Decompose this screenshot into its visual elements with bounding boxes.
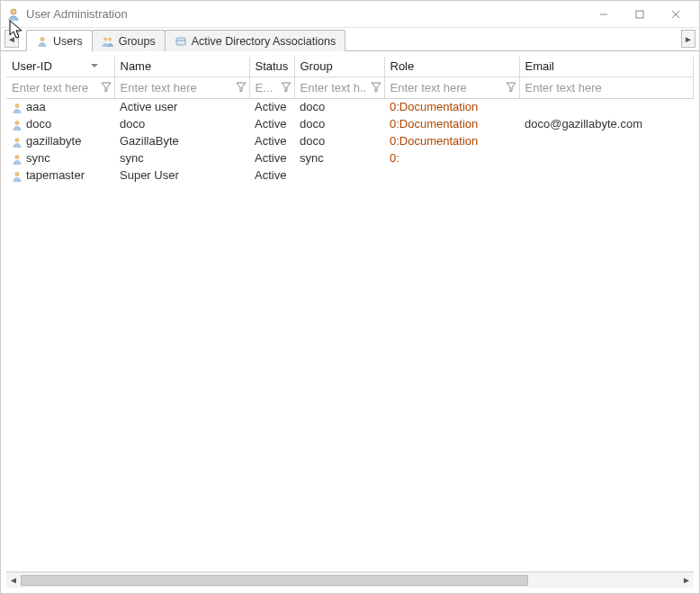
cell-user_id: aaa xyxy=(6,98,114,115)
cell-email xyxy=(519,132,694,149)
filter-status-input[interactable] xyxy=(252,81,280,94)
cell-name: GazillaByte xyxy=(114,132,249,149)
column-header-name[interactable]: Name xyxy=(114,57,249,76)
cell-text: doco xyxy=(120,117,145,130)
cell-text: gazillabyte xyxy=(26,134,81,148)
cell-status: Active xyxy=(249,166,294,184)
user-icon xyxy=(12,103,22,113)
cell-text: doco xyxy=(300,100,325,113)
filter-name-input[interactable] xyxy=(117,81,235,94)
column-header-user-id[interactable]: User-ID xyxy=(6,57,114,76)
cell-text: sync xyxy=(300,151,324,165)
cell-group xyxy=(294,166,384,184)
app-icon xyxy=(6,7,21,22)
horizontal-scrollbar[interactable]: ◄ ► xyxy=(6,572,694,588)
users-table: User-ID Name Status Group Role Email aaa… xyxy=(6,57,694,184)
tablist: Users Groups Active Directory Associatio… xyxy=(26,29,345,50)
cell-email xyxy=(519,98,694,115)
table-row[interactable]: gazillabyteGazillaByteActivedoco0:Docume… xyxy=(6,132,694,149)
cell-group: sync xyxy=(294,149,384,166)
svg-rect-2 xyxy=(636,11,643,18)
svg-rect-8 xyxy=(176,38,185,45)
directory-icon xyxy=(175,35,187,48)
tab-users[interactable]: Users xyxy=(26,30,93,51)
tab-ad-associations-label: Active Directory Associations xyxy=(192,35,336,48)
column-header-role[interactable]: Role xyxy=(384,57,519,76)
cell-name: sync xyxy=(114,149,249,166)
tab-scroll-left-button[interactable]: ◄ xyxy=(4,30,19,48)
cell-email xyxy=(519,149,694,166)
filter-icon[interactable] xyxy=(235,81,247,94)
cell-text: doco xyxy=(300,117,325,130)
filter-row xyxy=(6,76,694,98)
tab-scroll-right-button[interactable]: ► xyxy=(681,30,696,48)
cell-text: GazillaByte xyxy=(120,134,179,148)
filter-email-input[interactable] xyxy=(522,81,692,94)
cell-name: Super User xyxy=(114,166,249,184)
table-row[interactable]: docodocoActivedoco0:Documentationdoco@ga… xyxy=(6,115,694,132)
cell-text: sync xyxy=(120,151,144,165)
titlebar: User Administration xyxy=(1,1,699,28)
cell-text: Active xyxy=(255,100,286,113)
tab-users-label: Users xyxy=(53,35,83,48)
user-icon xyxy=(12,154,22,165)
cell-text: aaa xyxy=(26,100,46,113)
svg-point-13 xyxy=(15,155,20,159)
column-header-status[interactable]: Status xyxy=(249,57,294,76)
filter-group-input[interactable] xyxy=(297,81,370,94)
tab-ad-associations[interactable]: Active Directory Associations xyxy=(165,30,346,51)
cell-status: Active xyxy=(249,132,294,149)
user-icon xyxy=(36,35,49,48)
column-header-group[interactable]: Group xyxy=(294,57,384,76)
cell-text: Active xyxy=(255,151,286,165)
scrollbar-thumb[interactable] xyxy=(21,575,528,586)
filter-icon[interactable] xyxy=(100,81,112,94)
scroll-left-icon[interactable]: ◄ xyxy=(6,573,21,588)
close-button[interactable] xyxy=(658,2,694,27)
table-row[interactable]: aaaActive userActivedoco0:Documentation xyxy=(6,98,694,115)
tab-groups[interactable]: Groups xyxy=(92,30,166,51)
header-row: User-ID Name Status Group Role Email xyxy=(6,57,694,76)
user-icon xyxy=(12,171,22,182)
maximize-button[interactable] xyxy=(622,2,658,27)
cell-role: 0: xyxy=(384,149,519,166)
sort-indicator-icon xyxy=(91,64,98,68)
filter-icon[interactable] xyxy=(505,81,517,94)
cell-user_id: sync xyxy=(6,149,114,166)
cell-user_id: tapemaster xyxy=(6,166,114,184)
cell-text: Active user xyxy=(120,100,177,113)
filter-role-input[interactable] xyxy=(387,81,505,94)
cell-group: doco xyxy=(294,132,384,149)
cell-group: doco xyxy=(294,98,384,115)
cell-text: tapemaster xyxy=(26,168,85,182)
scroll-right-icon[interactable]: ► xyxy=(679,573,694,588)
svg-point-0 xyxy=(11,9,16,14)
table-row[interactable]: tapemasterSuper UserActive xyxy=(6,166,694,184)
svg-point-11 xyxy=(15,121,20,125)
column-header-email[interactable]: Email xyxy=(519,57,694,76)
cell-role xyxy=(384,166,519,184)
user-icon xyxy=(12,137,22,148)
cell-text: doco xyxy=(26,117,51,130)
cell-text: 0:Documentation xyxy=(390,134,478,148)
cell-user_id: gazillabyte xyxy=(6,132,114,149)
cell-text: sync xyxy=(26,151,50,165)
filter-user-id-input[interactable] xyxy=(8,81,100,94)
cell-status: Active xyxy=(249,149,294,166)
scrollbar-track[interactable] xyxy=(21,575,679,586)
svg-point-14 xyxy=(15,172,20,176)
filter-icon[interactable] xyxy=(370,81,382,94)
users-group-icon xyxy=(102,35,114,48)
minimize-button[interactable] xyxy=(586,2,622,27)
cell-text: doco@gazillabyte.com xyxy=(525,117,642,130)
svg-point-7 xyxy=(108,37,112,40)
cell-email xyxy=(519,166,694,184)
cell-text: doco xyxy=(300,134,325,148)
cell-email: doco@gazillabyte.com xyxy=(519,115,694,132)
cell-status: Active xyxy=(249,115,294,132)
filter-icon[interactable] xyxy=(280,81,292,94)
cell-text: 0:Documentation xyxy=(390,100,478,113)
cell-user_id: doco xyxy=(6,115,114,132)
tabs-row: ◄ Users Groups Active Directory Associat… xyxy=(1,28,699,51)
table-row[interactable]: syncsyncActivesync0: xyxy=(6,149,694,166)
